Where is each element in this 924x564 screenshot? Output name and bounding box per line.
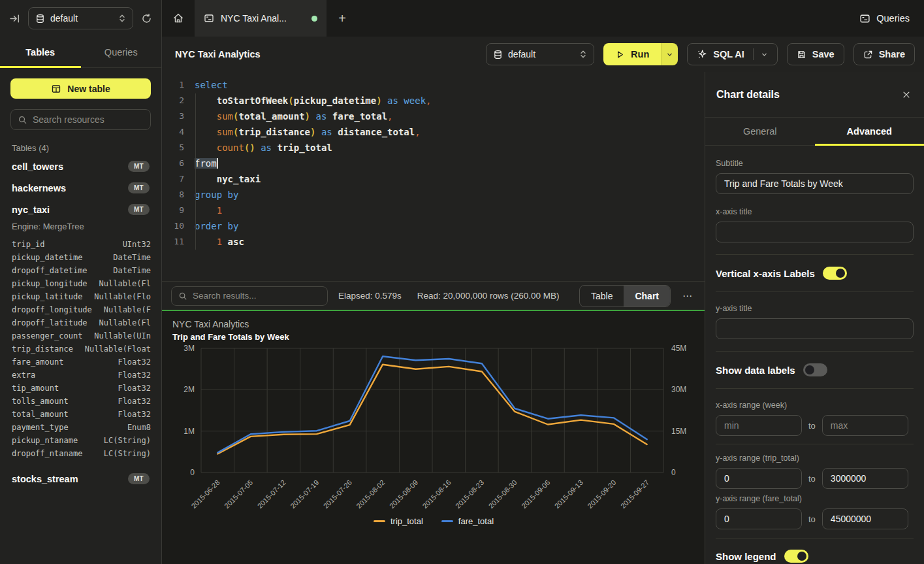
page-title: NYC Taxi Analytics	[175, 49, 261, 59]
play-icon	[615, 50, 625, 59]
table-row-cell-towers[interactable]: cell_towers MT	[10, 156, 151, 177]
subtitle-input[interactable]	[716, 173, 914, 194]
engine-badge: MT	[128, 204, 150, 215]
new-tab-button[interactable]: +	[327, 0, 358, 37]
new-table-button[interactable]: New table	[10, 78, 151, 99]
y-range-trip-max-input[interactable]	[822, 468, 908, 489]
sparkle-icon	[697, 49, 707, 59]
code-line: 7 nyc_taxi	[162, 171, 705, 187]
queries-button[interactable]: Queries	[859, 13, 910, 24]
divider	[753, 48, 754, 60]
column-type: Nullable(Float	[85, 344, 151, 354]
range-to-label: to	[808, 474, 816, 484]
close-icon[interactable]	[902, 90, 911, 99]
code-line: 11 1 asc	[162, 234, 705, 250]
home-button[interactable]	[162, 0, 195, 37]
column-row: pickup_longitudeNullable(Fl	[12, 277, 151, 290]
x-range-row: to	[716, 415, 914, 436]
y-axis-title-label: y-axis title	[716, 304, 914, 313]
svg-text:2015-08-09: 2015-08-09	[388, 478, 419, 510]
collapse-sidebar-icon[interactable]	[9, 13, 20, 24]
view-tab-table[interactable]: Table	[580, 286, 624, 307]
svg-text:1M: 1M	[183, 427, 195, 436]
column-row: pickup_latitudeNullable(Flo	[12, 290, 151, 303]
y-axis-title-input[interactable]	[716, 318, 914, 339]
vertical-x-labels-toggle[interactable]	[823, 267, 847, 280]
tab-nyc-taxi-analytics[interactable]: NYC Taxi Anal...	[195, 0, 327, 37]
run-options-button[interactable]	[661, 43, 678, 65]
panel-title: Chart details	[716, 89, 780, 101]
view-tab-chart[interactable]: Chart	[624, 286, 670, 307]
line-chart[interactable]: 3M45M2M30M1M15M002015-06-282015-07-05201…	[172, 342, 695, 513]
save-button[interactable]: Save	[787, 43, 844, 65]
run-label: Run	[631, 49, 649, 59]
line-number: 11	[167, 234, 184, 250]
refresh-icon[interactable]	[141, 13, 152, 24]
results-search-input[interactable]	[193, 291, 321, 301]
panel-tab-advanced[interactable]: Advanced	[815, 118, 924, 145]
y-range-trip-min-input[interactable]	[716, 468, 802, 489]
search-icon	[18, 115, 27, 125]
updown-chevron-icon	[118, 14, 126, 23]
vertical-x-labels-row: Vertical x-axis Labels	[716, 267, 914, 280]
column-list: trip_idUInt32pickup_datetimeDateTimedrop…	[12, 238, 151, 460]
table-row-stocks-stream[interactable]: stocks_stream MT	[10, 468, 151, 489]
sql-editor[interactable]: 1select2 toStartOfWeek(pickup_datetime) …	[162, 72, 705, 281]
legend-item-trip_total[interactable]: trip_total	[374, 516, 423, 526]
indent-guide	[195, 93, 196, 250]
table-row-nyc-taxi[interactable]: nyc_taxi MT	[10, 199, 151, 220]
code-line: 8group by	[162, 187, 705, 203]
svg-text:2015-08-23: 2015-08-23	[454, 478, 485, 510]
show-legend-toggle[interactable]	[784, 550, 808, 563]
run-button[interactable]: Run	[603, 43, 678, 65]
subtitle-label: Subtitle	[716, 159, 914, 168]
topbar-database-selector[interactable]: default	[28, 7, 133, 29]
svg-text:0: 0	[190, 468, 195, 477]
column-name: dropoff_longitude	[12, 305, 92, 314]
share-button[interactable]: Share	[853, 43, 915, 65]
x-range-min-input[interactable]	[716, 415, 802, 436]
x-axis-title-input[interactable]	[716, 222, 914, 242]
legend-swatch	[374, 520, 385, 522]
database-selector[interactable]: default	[486, 43, 594, 65]
y-range-fare-max-input[interactable]	[822, 508, 908, 529]
svg-text:30M: 30M	[671, 385, 686, 394]
sidebar-tabs: Tables Queries	[0, 37, 161, 68]
column-row: dropoff_latitudeNullable(Fl	[12, 316, 151, 329]
column-row: passenger_countNullable(UIn	[12, 329, 151, 342]
column-name: pickup_ntaname	[12, 436, 78, 445]
column-row: tip_amountFloat32	[12, 382, 151, 395]
line-number: 2	[167, 93, 184, 108]
new-table-label: New table	[67, 84, 110, 94]
column-row: extraFloat32	[12, 369, 151, 382]
topbar-database-value: default	[50, 13, 78, 24]
divider	[716, 388, 914, 389]
svg-text:0: 0	[671, 468, 676, 477]
sidebar-tab-tables[interactable]: Tables	[0, 37, 81, 67]
chart-legend: trip_totalfare_total	[172, 516, 695, 526]
divider	[716, 444, 914, 444]
topbar-left: default	[0, 0, 162, 37]
y-range-fare-min-input[interactable]	[716, 508, 802, 529]
svg-text:2015-07-05: 2015-07-05	[223, 478, 254, 510]
panel-tab-general[interactable]: General	[705, 118, 815, 145]
sql-ai-button[interactable]: SQL AI	[687, 43, 778, 65]
legend-item-fare_total[interactable]: fare_total	[441, 516, 494, 526]
svg-text:2015-09-06: 2015-09-06	[520, 478, 551, 510]
table-row-hackernews[interactable]: hackernews MT	[10, 177, 151, 199]
code-line: 1select	[162, 77, 705, 93]
sidebar-tab-queries[interactable]: Queries	[81, 37, 162, 67]
column-type: DateTime	[113, 253, 151, 262]
more-options-button[interactable]: ⋯	[682, 290, 693, 302]
x-range-max-input[interactable]	[822, 415, 908, 436]
column-name: pickup_datetime	[12, 253, 82, 262]
show-data-labels-toggle[interactable]	[803, 363, 827, 376]
show-data-labels-row: Show data labels	[716, 363, 914, 376]
code-line: 3 sum(total_amount) as fare_total,	[162, 108, 705, 124]
sidebar-search-input[interactable]	[33, 114, 144, 125]
line-number: 1	[167, 77, 184, 93]
line-number: 8	[167, 187, 184, 203]
code-line: 5 count() as trip_total	[162, 140, 705, 156]
chart-title: NYC Taxi Analytics	[172, 319, 705, 329]
svg-text:2015-07-26: 2015-07-26	[322, 478, 353, 510]
